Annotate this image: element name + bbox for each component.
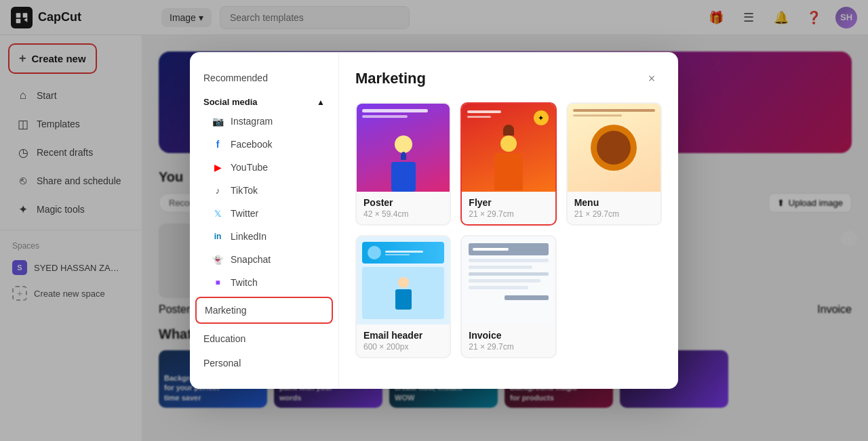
template-info-invoice: Invoice 21 × 29.7cm	[462, 324, 555, 357]
modal-nav-marketing-label: Marketing	[205, 305, 246, 316]
template-name-email: Email header	[363, 330, 443, 341]
template-info-menu: Menu 21 × 29.7cm	[568, 192, 660, 224]
youtube-icon: ▶	[212, 161, 224, 173]
template-name-poster: Poster	[363, 197, 443, 208]
modal-nav-education[interactable]: Education	[190, 327, 338, 351]
template-size-poster: 42 × 59.4cm	[363, 209, 443, 219]
template-size-invoice: 21 × 29.7cm	[469, 342, 548, 352]
modal-nav-education-label: Education	[203, 333, 245, 344]
modal-nav-linkedin[interactable]: in LinkedIn	[190, 225, 338, 248]
modal-nav-marketing[interactable]: Marketing	[195, 297, 333, 324]
template-card-flyer[interactable]: ✦	[460, 102, 556, 226]
modal-nav-social-media-label: Social media	[203, 97, 257, 107]
template-name-invoice: Invoice	[469, 330, 548, 341]
template-thumb-poster	[357, 104, 450, 192]
template-size-menu: 21 × 29.7cm	[574, 209, 654, 219]
modal-nav-youtube[interactable]: ▶ YouTube	[190, 156, 338, 179]
template-info-email: Email header 600 × 200px	[357, 324, 450, 357]
snapchat-label: Snapchat	[231, 254, 271, 265]
modal: Recommended Social media ▲ 📷 Instagram f…	[190, 52, 678, 389]
modal-header: Marketing ×	[355, 68, 662, 89]
modal-nav-recommended[interactable]: Recommended	[190, 66, 338, 90]
facebook-label: Facebook	[231, 139, 272, 150]
facebook-icon: f	[212, 138, 224, 150]
template-info-flyer: Flyer 21 × 29.7cm	[462, 192, 555, 224]
template-thumb-menu	[568, 104, 660, 192]
modal-title: Marketing	[355, 70, 426, 87]
twitter-label: Twitter	[231, 208, 258, 219]
linkedin-icon: in	[212, 230, 224, 243]
instagram-icon: 📷	[212, 115, 224, 127]
modal-nav-personal-label: Personal	[203, 358, 241, 369]
template-info-poster: Poster 42 × 59.4cm	[357, 192, 450, 224]
modal-nav-instagram[interactable]: 📷 Instagram	[190, 110, 338, 133]
template-thumb-invoice	[462, 236, 555, 324]
modal-nav-twitter[interactable]: 𝕏 Twitter	[190, 202, 338, 225]
template-card-menu[interactable]: Menu 21 × 29.7cm	[566, 102, 662, 226]
instagram-label: Instagram	[231, 116, 273, 127]
close-button[interactable]: ×	[642, 68, 662, 89]
modal-overlay: Recommended Social media ▲ 📷 Instagram f…	[0, 0, 868, 441]
youtube-label: YouTube	[231, 162, 268, 173]
template-size-flyer: 21 × 29.7cm	[469, 209, 548, 219]
template-card-email-header[interactable]: Email header 600 × 200px	[355, 235, 451, 358]
tiktok-icon: ♪	[212, 184, 224, 196]
template-size-email: 600 × 200px	[363, 342, 443, 352]
twitter-icon: 𝕏	[212, 207, 224, 219]
template-thumb-email	[357, 236, 450, 324]
modal-nav-twitch[interactable]: ■ Twitch	[190, 271, 338, 294]
modal-nav-facebook[interactable]: f Facebook	[190, 133, 338, 156]
template-thumb-flyer: ✦	[462, 104, 555, 192]
twitch-label: Twitch	[231, 277, 258, 288]
modal-sidebar: Recommended Social media ▲ 📷 Instagram f…	[190, 52, 339, 389]
modal-nav-tiktok[interactable]: ♪ TikTok	[190, 179, 338, 202]
snapchat-icon: 👻	[212, 253, 224, 266]
template-grid: Poster 42 × 59.4cm ✦	[355, 102, 662, 358]
modal-nav-snapchat[interactable]: 👻 Snapchat	[190, 248, 338, 271]
tiktok-label: TikTok	[231, 185, 258, 196]
modal-main-content: Marketing ×	[339, 52, 678, 389]
modal-nav-recommended-label: Recommended	[203, 72, 268, 83]
chevron-up-icon: ▲	[317, 98, 325, 107]
modal-nav-personal[interactable]: Personal	[190, 351, 338, 375]
template-name-flyer: Flyer	[469, 197, 548, 208]
template-card-poster[interactable]: Poster 42 × 59.4cm	[355, 102, 451, 226]
layout: + Create new ⌂ Start ◫ Templates ◷ Recen…	[0, 35, 868, 441]
linkedin-label: LinkedIn	[231, 231, 267, 242]
twitch-icon: ■	[212, 276, 224, 289]
modal-nav-social-media-section[interactable]: Social media ▲	[190, 90, 338, 110]
template-card-invoice[interactable]: Invoice 21 × 29.7cm	[460, 235, 556, 358]
template-name-menu: Menu	[574, 197, 654, 208]
